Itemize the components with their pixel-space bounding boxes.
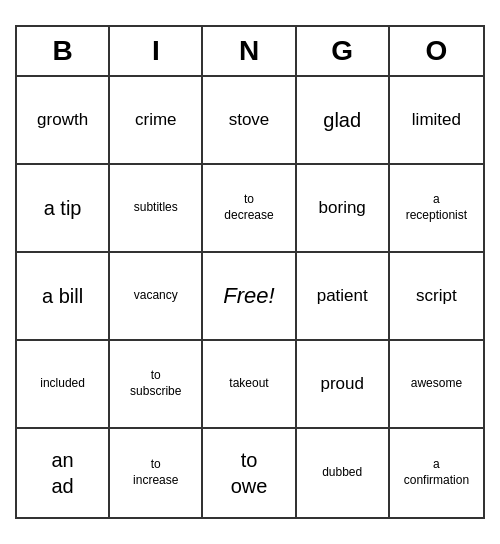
cell-label: a bill — [42, 283, 83, 309]
cell-label: proud — [320, 373, 363, 395]
cell-label: to increase — [133, 457, 178, 488]
cell-label: an ad — [51, 447, 73, 499]
bingo-cell[interactable]: Free! — [203, 253, 296, 341]
cell-label: subtitles — [134, 200, 178, 216]
cell-label: included — [40, 376, 85, 392]
bingo-cell[interactable]: to owe — [203, 429, 296, 517]
cell-label: stove — [229, 109, 270, 131]
header-letter: G — [297, 27, 390, 75]
bingo-cell[interactable]: an ad — [17, 429, 110, 517]
cell-label: takeout — [229, 376, 268, 392]
bingo-cell[interactable]: growth — [17, 77, 110, 165]
cell-label: crime — [135, 109, 177, 131]
header-letter: N — [203, 27, 296, 75]
bingo-cell[interactable]: patient — [297, 253, 390, 341]
bingo-cell[interactable]: dubbed — [297, 429, 390, 517]
cell-label: to owe — [231, 447, 268, 499]
cell-label: limited — [412, 109, 461, 131]
bingo-cell[interactable]: a receptionist — [390, 165, 483, 253]
bingo-cell[interactable]: to increase — [110, 429, 203, 517]
bingo-cell[interactable]: stove — [203, 77, 296, 165]
bingo-header: BINGO — [17, 27, 483, 77]
bingo-card: BINGO growthcrimestovegladlimiteda tipsu… — [15, 25, 485, 519]
bingo-cell[interactable]: takeout — [203, 341, 296, 429]
header-letter: B — [17, 27, 110, 75]
cell-label: to decrease — [224, 192, 273, 223]
cell-label: script — [416, 285, 457, 307]
cell-label: a tip — [44, 195, 82, 221]
bingo-cell[interactable]: script — [390, 253, 483, 341]
bingo-cell[interactable]: crime — [110, 77, 203, 165]
header-letter: I — [110, 27, 203, 75]
cell-label: patient — [317, 285, 368, 307]
cell-label: boring — [319, 197, 366, 219]
bingo-cell[interactable]: included — [17, 341, 110, 429]
cell-label: Free! — [223, 282, 274, 311]
cell-label: growth — [37, 109, 88, 131]
cell-label: vacancy — [134, 288, 178, 304]
bingo-cell[interactable]: proud — [297, 341, 390, 429]
bingo-cell[interactable]: awesome — [390, 341, 483, 429]
bingo-cell[interactable]: a confirmation — [390, 429, 483, 517]
header-letter: O — [390, 27, 483, 75]
cell-label: a receptionist — [406, 192, 467, 223]
bingo-cell[interactable]: subtitles — [110, 165, 203, 253]
cell-label: awesome — [411, 376, 462, 392]
bingo-cell[interactable]: to decrease — [203, 165, 296, 253]
cell-label: a confirmation — [404, 457, 469, 488]
cell-label: to subscribe — [130, 368, 181, 399]
bingo-grid: growthcrimestovegladlimiteda tipsubtitle… — [17, 77, 483, 517]
bingo-cell[interactable]: to subscribe — [110, 341, 203, 429]
bingo-cell[interactable]: boring — [297, 165, 390, 253]
bingo-cell[interactable]: vacancy — [110, 253, 203, 341]
bingo-cell[interactable]: a tip — [17, 165, 110, 253]
cell-label: glad — [323, 107, 361, 133]
bingo-cell[interactable]: a bill — [17, 253, 110, 341]
bingo-cell[interactable]: limited — [390, 77, 483, 165]
cell-label: dubbed — [322, 465, 362, 481]
bingo-cell[interactable]: glad — [297, 77, 390, 165]
